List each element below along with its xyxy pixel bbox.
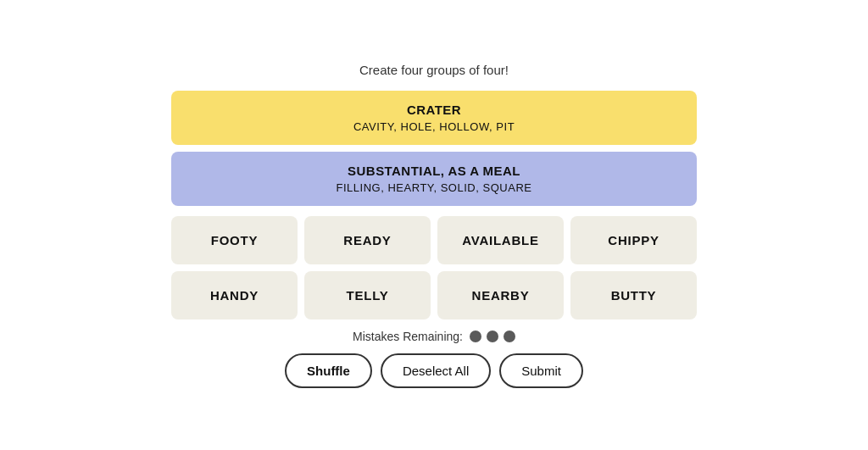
- groups-section: CRATER CAVITY, HOLE, HOLLOW, PIT SUBSTAN…: [171, 91, 697, 206]
- group-blue-title: SUBSTANTIAL, AS A MEAL: [188, 164, 680, 178]
- submit-button[interactable]: Submit: [499, 353, 583, 388]
- tile-handy[interactable]: HANDY: [171, 271, 298, 319]
- group-blue-words: FILLING, HEARTY, SOLID, SQUARE: [188, 181, 680, 194]
- tile-available[interactable]: AVAILABLE: [437, 216, 564, 264]
- tile-butty[interactable]: BUTTY: [570, 271, 697, 319]
- group-yellow-title: CRATER: [188, 103, 680, 117]
- mistake-dot-1: [470, 331, 481, 342]
- mistake-dot-2: [487, 331, 498, 342]
- mistake-dot-3: [504, 331, 515, 342]
- mistake-dots: [470, 331, 515, 342]
- mistakes-row: Mistakes Remaining:: [353, 330, 515, 343]
- tile-telly[interactable]: TELLY: [304, 271, 431, 319]
- tile-chippy[interactable]: CHIPPY: [570, 216, 697, 264]
- deselect-all-button[interactable]: Deselect All: [381, 353, 491, 388]
- game-container: Create four groups of four! CRATER CAVIT…: [171, 63, 697, 388]
- tile-nearby[interactable]: NEARBY: [437, 271, 564, 319]
- tile-footy[interactable]: FOOTY: [171, 216, 298, 264]
- mistakes-label: Mistakes Remaining:: [353, 330, 463, 343]
- instruction-text: Create four groups of four!: [359, 63, 509, 77]
- group-yellow-words: CAVITY, HOLE, HOLLOW, PIT: [188, 120, 680, 133]
- group-card-blue: SUBSTANTIAL, AS A MEAL FILLING, HEARTY, …: [171, 152, 697, 206]
- word-grid: FOOTY READY AVAILABLE CHIPPY HANDY TELLY…: [171, 216, 697, 319]
- tile-ready[interactable]: READY: [304, 216, 431, 264]
- buttons-row: Shuffle Deselect All Submit: [285, 353, 583, 388]
- group-card-yellow: CRATER CAVITY, HOLE, HOLLOW, PIT: [171, 91, 697, 145]
- shuffle-button[interactable]: Shuffle: [285, 353, 372, 388]
